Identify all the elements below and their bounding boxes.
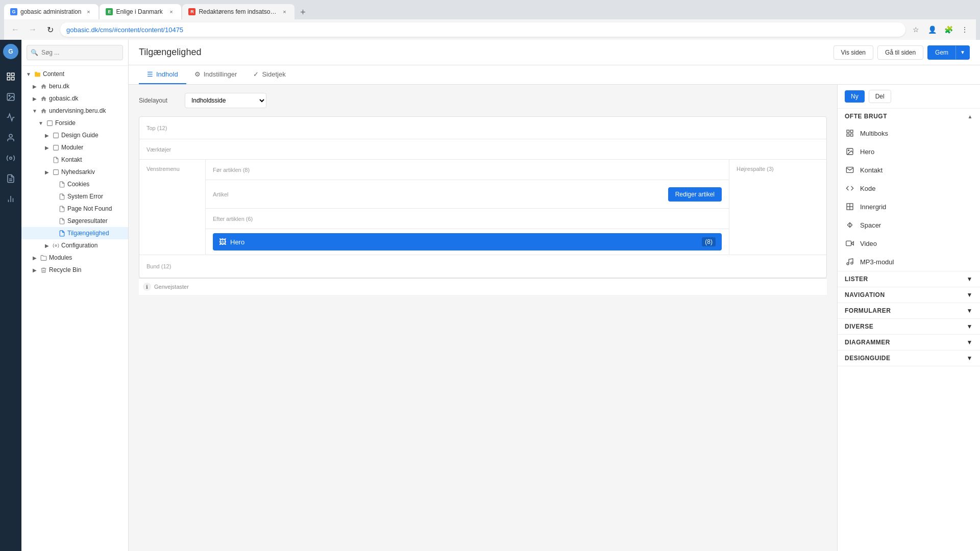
panel-section-label-designguide: DESIGNGUIDE (845, 355, 891, 362)
tab-indhold-label: Indhold (156, 70, 178, 78)
tree-item-gobasic[interactable]: ▶ gobasic.dk (21, 92, 128, 105)
sidebar-item-plugins[interactable] (2, 149, 20, 167)
spacer-icon (845, 220, 855, 230)
tab-1-close[interactable]: × (84, 8, 92, 16)
panel-section-header-formularer[interactable]: FORMULARER ▼ (838, 303, 980, 318)
refresh-button[interactable]: ↻ (43, 22, 57, 37)
sidebar-search-input[interactable] (27, 45, 123, 60)
sidebar-item-stats[interactable] (2, 190, 20, 208)
panel-section-header-diverse[interactable]: DIVERSE ▼ (838, 319, 980, 334)
ga-til-siden-button[interactable]: Gå til siden (877, 45, 923, 60)
svg-rect-29 (846, 241, 851, 245)
tree-item-configuration[interactable]: ▶ Configuration (21, 239, 128, 252)
tree-item-content[interactable]: ▼ Content (21, 68, 128, 80)
bookmark-button[interactable]: ☆ (909, 22, 923, 37)
new-tab-button[interactable]: + (296, 5, 310, 19)
tab-sidetjek[interactable]: ✓ Sidetjek (245, 65, 293, 84)
tree-arrow-forside: ▼ (38, 120, 44, 126)
tree-item-modules[interactable]: ▶ Modules (21, 252, 128, 264)
url-bar[interactable] (60, 22, 905, 37)
tab-3[interactable]: R Redaktørens fem indsatsomr... × (182, 4, 295, 19)
app: G 🔍 (0, 40, 980, 551)
mp3-icon (845, 257, 855, 267)
svg-rect-15 (53, 145, 58, 150)
svg-rect-18 (847, 130, 849, 133)
tree-item-tilgaengelighed[interactable]: ▶ Tilgængelighed (21, 227, 128, 239)
foer-artiklen-label: Før artiklen (8) (213, 167, 250, 173)
panel-item-mp3-modul[interactable]: MP3-modul (838, 253, 980, 271)
tree-arrow-configuration: ▶ (44, 242, 50, 248)
user-avatar[interactable]: G (3, 44, 18, 59)
doc-icon-system-error (58, 193, 65, 200)
gem-dropdown-button[interactable]: ▼ (955, 45, 970, 60)
tab-3-favicon: R (188, 8, 195, 15)
svg-rect-19 (850, 130, 853, 133)
extensions-button[interactable]: 🧩 (941, 22, 955, 37)
layout-select[interactable]: Indholdsside Forside Landing Page (185, 93, 266, 108)
panel-section-header-diagrammer[interactable]: DIAGRAMMER ▼ (838, 335, 980, 350)
tree-item-kontakt[interactable]: ▶ Kontakt (21, 154, 128, 166)
panel-section-label-formularer: FORMULARER (845, 307, 891, 314)
svg-rect-20 (847, 134, 849, 136)
tree-item-system-error[interactable]: ▶ System Error (21, 190, 128, 203)
tab-1[interactable]: G gobasic administration × (4, 4, 99, 19)
tree-item-moduler[interactable]: ▶ Moduler (21, 141, 128, 154)
gem-main-button[interactable]: Gem (927, 45, 955, 60)
sidebar-item-content[interactable] (2, 67, 20, 86)
tree-label-design-guide: Design Guide (61, 132, 124, 139)
tab-indstillinger[interactable]: ⚙ Indstillinger (186, 65, 246, 84)
tab-indhold[interactable]: ☰ Indhold (139, 65, 186, 84)
back-button[interactable]: ← (8, 22, 22, 37)
panel-item-hero[interactable]: Hero (838, 142, 980, 161)
ny-button[interactable]: Ny (845, 90, 865, 103)
tree-arrow-moduler: ▶ (44, 144, 50, 151)
sidebar-item-reports[interactable] (2, 169, 20, 188)
doc-icon-kontakt (52, 156, 59, 163)
panel-item-kontakt[interactable]: Kontakt (838, 161, 980, 179)
panel-item-kode[interactable]: Kode (838, 179, 980, 197)
tab-2[interactable]: E Enlige i Danmark × (100, 4, 181, 19)
grid-columns-row: Venstremenu Før artiklen (8) Artikel (139, 160, 826, 255)
tab-3-close[interactable]: × (280, 8, 288, 16)
tree-item-cookies[interactable]: ▶ Cookies (21, 178, 128, 190)
grid-efter-artiklen: Efter artiklen (6) (206, 209, 729, 229)
dele-button[interactable]: Del (869, 90, 891, 103)
panel-item-spacer[interactable]: Spacer (838, 216, 980, 234)
sidebar-item-media[interactable] (2, 88, 20, 106)
forward-button[interactable]: → (26, 22, 40, 37)
tree-item-forside[interactable]: ▼ Forside (21, 117, 128, 129)
tree-arrow-design-guide: ▶ (44, 132, 50, 138)
panel-item-label-video: Video (860, 240, 973, 247)
content-main: Sidelayout Indholdsside Forside Landing … (129, 85, 837, 551)
tree-label-configuration: Configuration (61, 242, 124, 249)
tree-item-nyhedsarkiv[interactable]: ▶ Nyhedsarkiv (21, 166, 128, 178)
folder-icon-modules (40, 254, 47, 261)
svg-rect-21 (850, 134, 853, 136)
panel-item-label-innergrid: Innergrid (860, 203, 973, 211)
panel-section-header-navigation[interactable]: NAVIGATION ▼ (838, 287, 980, 303)
tree-item-sogeresultater[interactable]: ▶ Søgeresultater (21, 215, 128, 227)
tab-2-close[interactable]: × (167, 8, 175, 16)
panel-section-header-designguide[interactable]: DESIGNGUIDE ▼ (838, 350, 980, 366)
tree-arrow-modules: ▶ (32, 255, 38, 261)
hero-block[interactable]: 🖼 Hero (8) (213, 233, 722, 251)
tree-item-page-not-found[interactable]: ▶ Page Not Found (21, 203, 128, 215)
tree-item-design-guide[interactable]: ▶ Design Guide (21, 129, 128, 141)
tree-item-beru[interactable]: ▶ beru.dk (21, 80, 128, 92)
sidebar-item-users[interactable] (2, 129, 20, 147)
panel-item-video[interactable]: Video (838, 234, 980, 253)
panel-item-multiboks[interactable]: Multiboks (838, 124, 980, 142)
vis-siden-button[interactable]: Vis siden (834, 45, 873, 60)
rediger-artikel-button[interactable]: Rediger artikel (668, 187, 722, 202)
panel-section-header-lister[interactable]: LISTER ▼ (838, 271, 980, 287)
grid-top-row: Top (12) (139, 117, 826, 139)
tree-item-undervisning[interactable]: ▼ undervisning.beru.dk (21, 105, 128, 117)
layout-row: Sidelayout Indholdsside Forside Landing … (139, 93, 827, 108)
tree-item-recycle-bin[interactable]: ▶ Recycle Bin (21, 264, 128, 276)
hero-block-label: Hero (230, 238, 698, 246)
sidebar-item-analytics[interactable] (2, 108, 20, 127)
panel-section-header-ofte-brugt[interactable]: OFTE BRUGT ▲ (838, 109, 980, 124)
profile-button[interactable]: 👤 (925, 22, 939, 37)
panel-item-innergrid[interactable]: Innergrid (838, 197, 980, 216)
more-button[interactable]: ⋮ (958, 22, 972, 37)
